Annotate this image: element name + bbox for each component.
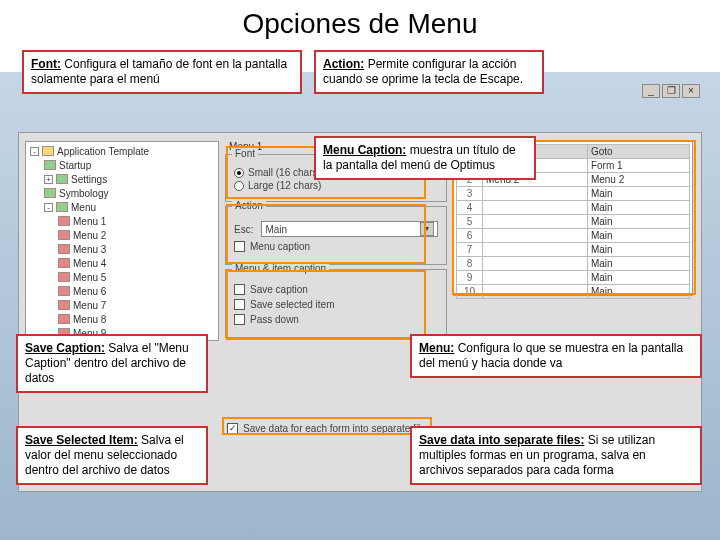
tree-menu-item[interactable]: Menu 6: [73, 286, 106, 297]
callout-menucaption: Menu Caption: muestra un título de la pa…: [314, 136, 536, 180]
callout-sdsf: Save data into separate files: Si se uti…: [410, 426, 702, 485]
tree-item-menu[interactable]: Menu: [71, 202, 96, 213]
window-controls: _ ❐ ×: [642, 84, 700, 98]
tree-item[interactable]: Symbology: [59, 188, 108, 199]
callout-savecaption: Save Caption: Salva el "Menu Caption" de…: [16, 334, 208, 393]
tree-item[interactable]: Settings: [71, 174, 107, 185]
minimize-button[interactable]: _: [642, 84, 660, 98]
highlight-savesep: [222, 417, 432, 435]
callout-ssi: Save Selected Item: Salva el valor del m…: [16, 426, 208, 485]
callout-menu: Menu: Configura lo que se muestra en la …: [410, 334, 702, 378]
tree-root[interactable]: Application Template: [57, 146, 149, 157]
highlight-action: [226, 204, 426, 264]
tree-menu-item[interactable]: Menu 8: [73, 314, 106, 325]
callout-action: Action: Permite configurar la acción cua…: [314, 50, 544, 94]
tree-item[interactable]: Startup: [59, 160, 91, 171]
highlight-mci: [226, 270, 426, 340]
tree-menu-item[interactable]: Menu 5: [73, 272, 106, 283]
callout-font: Font: Configura el tamaño de font en la …: [22, 50, 302, 94]
tree-menu-item[interactable]: Menu 1: [73, 216, 106, 227]
maximize-button[interactable]: ❐: [662, 84, 680, 98]
tree-menu-item[interactable]: Menu 7: [73, 300, 106, 311]
tree-menu-item[interactable]: Menu 4: [73, 258, 106, 269]
page-title: Opciones de Menu: [0, 0, 720, 44]
nav-tree[interactable]: -Application Template Startup +Settings …: [25, 141, 219, 341]
close-button[interactable]: ×: [682, 84, 700, 98]
tree-menu-item[interactable]: Menu 2: [73, 230, 106, 241]
tree-menu-item[interactable]: Menu 3: [73, 244, 106, 255]
